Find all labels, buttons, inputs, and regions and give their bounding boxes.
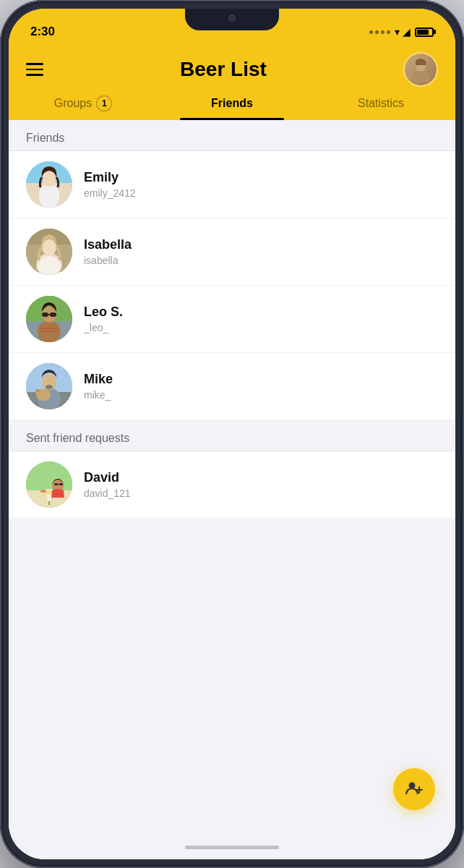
friend-name: Isabella <box>84 237 438 252</box>
tab-bar: Groups 1 Friends Statistics <box>9 87 455 120</box>
friend-username: mike_ <box>84 389 438 401</box>
friend-username: emily_2412 <box>84 187 438 199</box>
friends-section-header: Friends <box>9 120 455 150</box>
wifi-icon: ▾ ◢ <box>395 26 411 38</box>
tab-groups-label: Groups <box>54 97 92 110</box>
list-item[interactable]: David david_121 <box>9 451 455 519</box>
svg-rect-18 <box>50 312 56 317</box>
content-area: Friends <box>9 120 455 838</box>
phone-frame: 2:30 ▾ ◢ Beer List <box>0 0 464 868</box>
tab-groups-badge: 1 <box>96 95 112 111</box>
requests-list: David david_121 <box>9 451 455 519</box>
friend-username: isabella <box>84 255 438 266</box>
tab-friends-label: Friends <box>211 97 253 110</box>
status-icons: ▾ ◢ <box>369 26 434 38</box>
friend-name: David <box>84 470 438 485</box>
notch <box>185 9 279 30</box>
svg-rect-41 <box>59 483 63 485</box>
friend-name: Leo S. <box>84 305 438 320</box>
avatar <box>26 229 72 275</box>
menu-line-3 <box>26 74 43 76</box>
tab-friends[interactable]: Friends <box>158 95 306 120</box>
friend-info: Leo S. _leo_ <box>84 305 438 333</box>
camera <box>228 14 236 22</box>
avatar <box>26 161 72 208</box>
svg-rect-22 <box>40 331 58 332</box>
user-avatar[interactable] <box>403 52 438 87</box>
home-bar <box>185 846 279 849</box>
header: Beer List <box>9 45 455 87</box>
menu-line-1 <box>26 63 43 65</box>
svg-point-5 <box>42 171 56 187</box>
friend-info: Mike mike_ <box>84 372 438 401</box>
avatar <box>26 363 72 409</box>
list-item[interactable]: Isabella isabella <box>9 218 455 286</box>
list-item[interactable]: Mike mike_ <box>9 353 455 420</box>
requests-section-header: Sent friend requests <box>9 420 455 451</box>
svg-rect-17 <box>42 312 48 317</box>
home-indicator <box>9 838 455 859</box>
add-friend-button[interactable] <box>393 768 435 810</box>
svg-point-43 <box>40 490 46 493</box>
tab-statistics[interactable]: Statistics <box>306 95 455 120</box>
add-person-icon <box>405 780 424 799</box>
friend-info: David david_121 <box>84 470 438 499</box>
svg-rect-33 <box>26 461 72 490</box>
screen: 2:30 ▾ ◢ Beer List <box>9 9 455 859</box>
list-item[interactable]: Leo S. _leo_ <box>9 286 455 353</box>
signal-icon <box>369 30 390 34</box>
friend-info: Emily emily_2412 <box>84 170 438 199</box>
page-title: Beer List <box>180 58 267 81</box>
menu-line-2 <box>26 69 43 71</box>
tab-statistics-label: Statistics <box>358 97 404 110</box>
friend-name: Mike <box>84 372 438 387</box>
svg-rect-21 <box>40 328 58 329</box>
friend-name: Emily <box>84 170 438 185</box>
friend-username: _leo_ <box>84 322 438 333</box>
avatar-image <box>405 54 437 85</box>
svg-point-28 <box>46 385 53 389</box>
tab-groups[interactable]: Groups 1 <box>9 95 158 120</box>
friend-username: david_121 <box>84 488 438 499</box>
status-time: 2:30 <box>30 25 55 39</box>
friend-info: Isabella isabella <box>84 237 438 266</box>
svg-point-10 <box>42 239 56 255</box>
list-item[interactable]: Emily emily_2412 <box>9 151 455 218</box>
avatar <box>26 461 72 508</box>
menu-icon[interactable] <box>26 63 43 76</box>
svg-point-31 <box>35 389 40 392</box>
svg-rect-40 <box>54 483 58 485</box>
svg-point-1 <box>411 71 430 82</box>
battery-icon <box>415 27 434 37</box>
avatar <box>26 296 72 342</box>
friends-list: Emily emily_2412 <box>9 150 455 420</box>
